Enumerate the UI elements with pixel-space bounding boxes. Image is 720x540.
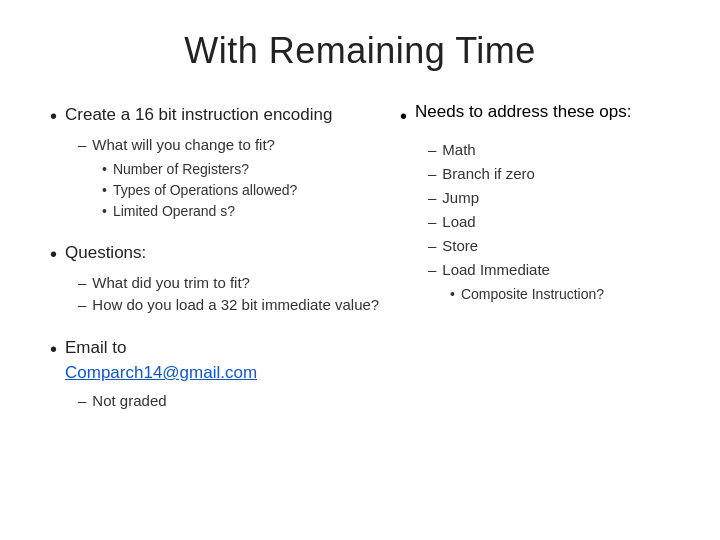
bullet-1-text: Create a 16 bit instruction encoding — [65, 102, 380, 128]
bullet-dot-2: • — [50, 240, 57, 268]
right-dash-1: – — [428, 138, 436, 162]
subsub-item-2: • Types of Operations allowed? — [102, 180, 380, 201]
right-item-3: Jump — [442, 186, 479, 210]
bullet-3-sub1: – Not graded — [78, 390, 380, 413]
bullet-2-sublist: – What did you trim to fit? – How do you… — [78, 272, 380, 317]
bullet-2-sub2-text: How do you load a 32 bit immediate value… — [92, 294, 379, 317]
bullet-1-sub1: – What will you change to fit? — [78, 134, 380, 157]
sub-dash-3: – — [78, 390, 86, 413]
bullet-3-text: Email to Comparch14@gmail.com — [65, 335, 380, 386]
slide-title: With Remaining Time — [50, 30, 670, 72]
subsub-text-1: Number of Registers? — [113, 159, 249, 180]
subsub-text-2: Types of Operations allowed? — [113, 180, 297, 201]
right-subsub-text: Composite Instruction? — [461, 284, 604, 305]
subsub-bullet-3: • — [102, 201, 107, 222]
subsub-text-3: Limited Operand s? — [113, 201, 235, 222]
right-item-4: Load — [442, 210, 475, 234]
subsub-bullet-1: • — [102, 159, 107, 180]
right-sub-item-2: – Branch if zero — [428, 162, 670, 186]
right-item-5: Store — [442, 234, 478, 258]
sub-dash-1: – — [78, 134, 86, 157]
right-dash-4: – — [428, 210, 436, 234]
bullet-1: • Create a 16 bit instruction encoding –… — [50, 102, 380, 222]
right-sub-item-3: – Jump — [428, 186, 670, 210]
bullet-dot-3: • — [50, 335, 57, 363]
bullet-1-sub1-text: What will you change to fit? — [92, 134, 275, 157]
right-bullet-dot: • — [400, 102, 407, 130]
subsub-item-3: • Limited Operand s? — [102, 201, 380, 222]
subsub-item-1: • Number of Registers? — [102, 159, 380, 180]
slide: With Remaining Time • Create a 16 bit in… — [0, 0, 720, 540]
bullet-3-sublist: – Not graded — [78, 390, 380, 413]
bullet-3-sub1-text: Not graded — [92, 390, 166, 413]
right-sub-list: – Math – Branch if zero – Jump – Load – — [428, 138, 670, 305]
bullet-2-sub1-text: What did you trim to fit? — [92, 272, 250, 295]
slide-content: • Create a 16 bit instruction encoding –… — [50, 102, 670, 510]
right-subsub-item-1: • Composite Instruction? — [450, 284, 670, 305]
right-sub-item-4: – Load — [428, 210, 670, 234]
bullet-1-sublist: – What will you change to fit? • Number … — [78, 134, 380, 222]
sub-dash-2-1: – — [78, 272, 86, 295]
right-bullet-main: • Needs to address these ops: — [400, 102, 670, 130]
right-subsub-list: • Composite Instruction? — [450, 284, 670, 305]
right-bullet-text: Needs to address these ops: — [415, 102, 670, 122]
right-dash-2: – — [428, 162, 436, 186]
right-item-2: Branch if zero — [442, 162, 535, 186]
subsub-bullet-2: • — [102, 180, 107, 201]
bullet-dot-1: • — [50, 102, 57, 130]
right-subsub-bullet: • — [450, 284, 455, 305]
right-sub-item-1: – Math — [428, 138, 670, 162]
bullet-3: • Email to Comparch14@gmail.com – Not gr… — [50, 335, 380, 413]
right-dash-5: – — [428, 234, 436, 258]
email-link[interactable]: Comparch14@gmail.com — [65, 363, 257, 382]
bullet-2-text: Questions: — [65, 240, 380, 266]
right-dash-3: – — [428, 186, 436, 210]
right-sub-item-5: – Store — [428, 234, 670, 258]
left-column: • Create a 16 bit instruction encoding –… — [50, 102, 380, 510]
right-item-6: Load Immediate — [442, 258, 550, 282]
bullet-1-main: • Create a 16 bit instruction encoding — [50, 102, 380, 130]
right-sub-item-6: – Load Immediate — [428, 258, 670, 282]
right-dash-6: – — [428, 258, 436, 282]
bullet-1-subsublist: • Number of Registers? • Types of Operat… — [102, 159, 380, 222]
sub-dash-2-2: – — [78, 294, 86, 317]
bullet-2-sub1: – What did you trim to fit? — [78, 272, 380, 295]
right-column: • Needs to address these ops: – Math – B… — [400, 102, 670, 510]
bullet-2-main: • Questions: — [50, 240, 380, 268]
right-item-1: Math — [442, 138, 475, 162]
bullet-3-main: • Email to Comparch14@gmail.com — [50, 335, 380, 386]
bullet-2-sub2: – How do you load a 32 bit immediate val… — [78, 294, 380, 317]
bullet-2: • Questions: – What did you trim to fit?… — [50, 240, 380, 317]
